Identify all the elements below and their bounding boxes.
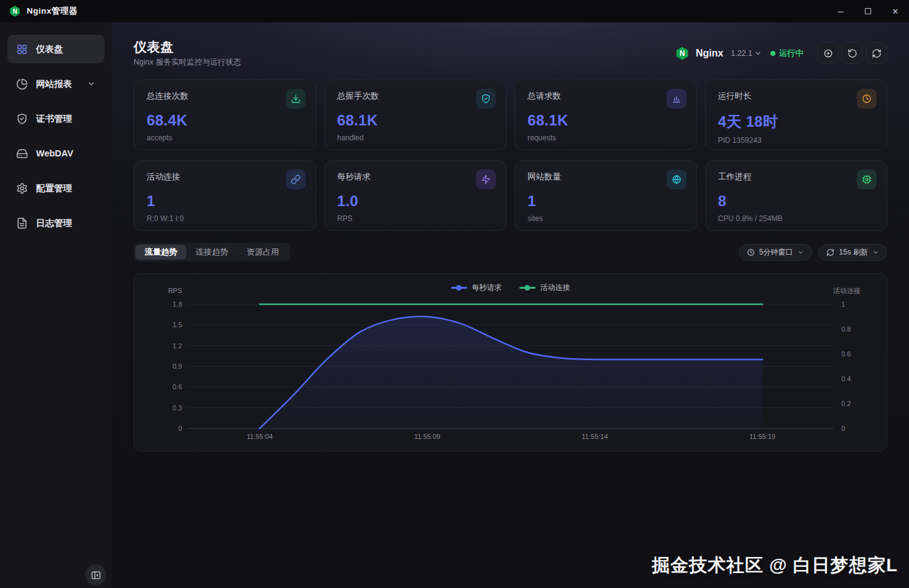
refresh-cw-icon: [872, 48, 882, 58]
svg-text:0.2: 0.2: [841, 400, 851, 407]
svg-text:0.6: 0.6: [173, 383, 182, 391]
reload-button[interactable]: [866, 42, 887, 64]
chevron-down-icon: [87, 79, 96, 88]
nginx-logo-icon: N: [9, 5, 21, 17]
stat-sublabel: CPU 0.8% / 254MB: [718, 214, 876, 223]
stat-title: 活动连接: [147, 171, 304, 183]
service-name: Nginx: [696, 48, 723, 59]
legend-label: 每秒请求: [472, 283, 502, 293]
stat-sublabel: PID 1359243: [718, 136, 876, 145]
app-title: Nginx管理器: [27, 6, 78, 17]
download-icon: [286, 89, 306, 109]
status-badge: 运行中: [770, 48, 803, 59]
sidebar-item-label: 证书管理: [36, 113, 72, 125]
stat-card-每秒请求: 每秒请求1.0RPS: [324, 160, 507, 231]
sidebar-item-网站报表[interactable]: 网站报表: [7, 70, 104, 98]
stat-title: 总连接次数: [147, 91, 304, 102]
stat-sublabel: R:0 W:1 I:0: [147, 214, 304, 223]
tab-连接趋势[interactable]: 连接趋势: [186, 245, 237, 260]
minimize-button[interactable]: ─: [827, 0, 854, 22]
tab-流量趋势[interactable]: 流量趋势: [135, 245, 186, 260]
pie-chart-icon: [16, 78, 28, 90]
dashboard-grid-icon: [16, 43, 28, 55]
svg-text:0.3: 0.3: [173, 404, 182, 412]
stat-value: 1.0: [337, 192, 495, 210]
stat-sublabel: RPS: [337, 214, 495, 223]
sidebar-item-label: 网站报表: [36, 78, 72, 90]
svg-text:0: 0: [178, 425, 182, 432]
sidebar-item-配置管理[interactable]: 配置管理: [7, 174, 104, 202]
rotate-ccw-icon: [847, 48, 857, 58]
sidebar-collapse-button[interactable]: [85, 564, 106, 586]
svg-text:0: 0: [841, 425, 845, 432]
chart-option-pills: 5分钟窗口 15s 刷新: [739, 244, 887, 261]
stat-card-活动连接: 活动连接1R:0 W:1 I:0: [134, 160, 316, 231]
stat-card-运行时长: 运行时长4天 18时PID 1359243: [705, 79, 888, 150]
page-subtitle: Nginx 服务实时监控与运行状态: [134, 57, 241, 68]
sidebar-item-label: 日志管理: [36, 217, 72, 229]
chart-controls-row: 流量趋势连接趋势资源占用 5分钟窗口 15s 刷新: [134, 243, 887, 261]
sidebar-item-label: WebDAV: [36, 148, 73, 158]
sidebar-item-label: 配置管理: [36, 183, 72, 194]
file-text-icon: [16, 217, 28, 229]
power-button[interactable]: [817, 42, 839, 64]
sidebar-item-仪表盘[interactable]: 仪表盘: [7, 35, 104, 63]
gear-icon: [16, 183, 28, 194]
close-button[interactable]: ✕: [882, 0, 909, 22]
circle-dot-icon: [823, 48, 833, 58]
version-dropdown[interactable]: 1.22.1: [731, 49, 762, 58]
svg-text:N: N: [679, 49, 685, 58]
clock-icon: [747, 248, 755, 256]
svg-text:11:55:14: 11:55:14: [582, 433, 608, 440]
svg-text:1.5: 1.5: [173, 321, 182, 328]
hard-drive-icon: [16, 148, 28, 160]
app-window: N Nginx管理器 ─ ✕ 仪表盘网站报表证书管理WebDAV配置管理日志管理…: [0, 0, 909, 588]
restart-button[interactable]: [841, 42, 863, 64]
stat-value: 68.1K: [528, 112, 685, 129]
svg-text:11:55:09: 11:55:09: [414, 433, 441, 440]
service-action-buttons: [817, 42, 887, 64]
traffic-trend-chart-panel: 1.81.51.20.90.60.3010.80.60.40.20RPS活动连接…: [134, 273, 887, 451]
sidebar-item-日志管理[interactable]: 日志管理: [7, 209, 104, 237]
page-title: 仪表盘: [134, 38, 174, 56]
shield-check-icon: [476, 89, 496, 109]
window-controls: ─ ✕: [827, 0, 909, 22]
line-chart: 1.81.51.20.90.60.3010.80.60.40.20RPS活动连接…: [134, 274, 887, 451]
stat-title: 总握手次数: [337, 91, 495, 102]
stat-card-网站数量: 网站数量1sites: [514, 160, 697, 231]
stat-value: 68.4K: [147, 112, 304, 129]
refresh-icon: [826, 248, 834, 256]
stat-title: 总请求数: [528, 91, 685, 102]
legend-line-icon: [451, 287, 467, 289]
sidebar-item-证书管理[interactable]: 证书管理: [7, 104, 104, 133]
stat-value: 8: [718, 192, 876, 210]
maximize-button[interactable]: [854, 0, 882, 22]
maximize-icon: [865, 8, 871, 14]
legend-item-每秒请求[interactable]: 每秒请求: [451, 283, 502, 293]
stat-title: 运行时长: [718, 91, 876, 102]
stat-title: 工作进程: [718, 171, 876, 183]
nginx-logo-icon: N: [675, 46, 690, 61]
svg-text:11:55:04: 11:55:04: [247, 433, 273, 440]
stat-sublabel: requests: [528, 133, 685, 142]
chevron-down-icon: [754, 50, 762, 57]
stat-value: 1: [528, 192, 685, 210]
chart-tab-group: 流量趋势连接趋势资源占用: [134, 243, 290, 261]
chevron-down-icon: [872, 249, 879, 256]
refresh-interval-select[interactable]: 15s 刷新: [818, 244, 887, 261]
chart-legend: 每秒请求活动连接: [134, 283, 887, 293]
bar-chart-icon: [667, 89, 687, 109]
stat-card-总握手次数: 总握手次数68.1Khandled: [324, 79, 507, 150]
svg-text:0.4: 0.4: [841, 375, 851, 382]
globe-icon: [667, 170, 687, 189]
stat-sublabel: accepts: [147, 133, 304, 142]
svg-text:0.9: 0.9: [173, 363, 182, 370]
sidebar-item-WebDAV[interactable]: WebDAV: [7, 139, 104, 168]
tab-资源占用[interactable]: 资源占用: [237, 245, 288, 260]
stat-value: 4天 18时: [718, 112, 876, 132]
stat-sublabel: handled: [337, 133, 495, 142]
legend-item-活动连接[interactable]: 活动连接: [519, 283, 570, 293]
link-icon: [286, 170, 306, 189]
time-window-select[interactable]: 5分钟窗口: [739, 244, 813, 261]
svg-text:11:55:19: 11:55:19: [749, 433, 775, 440]
